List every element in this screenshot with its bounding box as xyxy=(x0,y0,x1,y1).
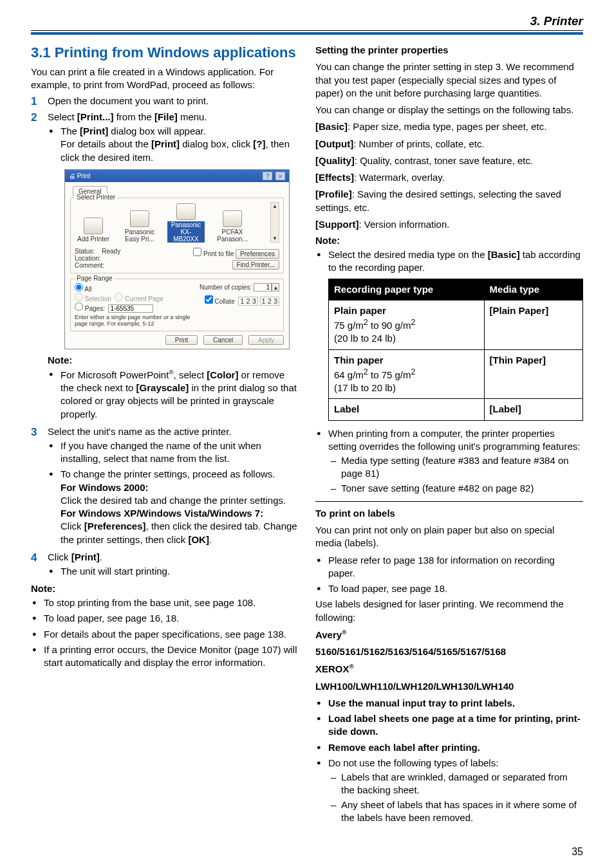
labels-p1: You can print not only on plain paper bu… xyxy=(315,524,583,550)
note-2-b3: For details about the paper specificatio… xyxy=(31,628,299,641)
note-2-b2: To load paper, see page 16, 18. xyxy=(31,612,299,625)
tab-support: [Support]: Version information. xyxy=(315,218,583,231)
left-column: 3.1 Printing from Windows applications Y… xyxy=(31,44,299,827)
printer-easy[interactable]: Panasonic Easy Pri... xyxy=(121,209,158,243)
rule-thin xyxy=(31,30,583,31)
step-4-bullet: The unit will start printing. xyxy=(48,565,299,578)
note-2-b4: If a printing error occurs, the Device M… xyxy=(31,643,299,670)
override-dash-2: Toner save setting (feature #482 on page… xyxy=(328,482,583,495)
dialog-titlebar: Print ? × xyxy=(65,170,289,182)
final-b1: Use the manual input tray to print label… xyxy=(315,697,583,710)
printer-pcfax[interactable]: PCFAX Panason... xyxy=(214,209,251,243)
note-2-b1: To stop printing from the base unit, see… xyxy=(31,596,299,609)
step-3-bullet-2: To change the printer settings, proceed … xyxy=(48,468,299,546)
td-thin: Thin paper64 g/m2 to 75 g/m2(17 lb to 20… xyxy=(329,349,485,399)
find-printer-button[interactable]: Find Printer... xyxy=(232,260,279,270)
winxp-text: Click [Preferences], then click the desi… xyxy=(60,521,297,544)
step-2-bullet: The [Print] dialog box will appear.For d… xyxy=(48,125,299,164)
dialog-window-buttons: ? × xyxy=(261,172,285,180)
td-thin-media: [Thin Paper] xyxy=(484,349,582,399)
print-button[interactable]: Print xyxy=(165,335,198,345)
step-1: Open the document you want to print. xyxy=(31,95,299,106)
win2000-heading: For Windows 2000: xyxy=(60,482,149,493)
properties-p1: You can change the printer setting in st… xyxy=(315,60,583,100)
override-bullet: When printing from a computer, the print… xyxy=(315,427,583,495)
properties-p2: You can change or display the settings o… xyxy=(315,104,583,116)
step-2: Select [Print...] from the [File] menu. … xyxy=(31,111,299,421)
section-title: 3.1 Printing from Windows applications xyxy=(31,44,299,62)
labels-b2: To load paper, see page 18. xyxy=(315,582,583,595)
note-3-bullet: Select the desired media type on the [Ba… xyxy=(315,248,583,421)
note-2-list: To stop printing from the base unit, see… xyxy=(31,596,299,669)
final-dash-2: Any sheet of labels that has spaces in i… xyxy=(328,799,583,825)
apply-button: Apply xyxy=(248,335,284,345)
dialog-title: Print xyxy=(69,172,90,180)
step-4-text: Click [Print]. xyxy=(48,551,102,562)
steps-list: Open the document you want to print. Sel… xyxy=(31,95,299,578)
select-printer-group: Select Printer Add Printer Panasonic Eas… xyxy=(70,198,284,273)
note-1-bullet: For Microsoft PowerPoint®, select [Color… xyxy=(48,368,299,421)
print-to-file-checkbox[interactable] xyxy=(193,248,201,256)
th-recording: Recording paper type xyxy=(329,279,485,300)
print-dialog: Print ? × General Select Printer xyxy=(64,169,290,349)
override-dash-1: Media type setting (feature #383 and fea… xyxy=(328,454,583,481)
final-b3: Remove each label after printing. xyxy=(315,741,583,754)
separator xyxy=(315,501,583,502)
tab-quality: [Quality]: Quality, contrast, toner save… xyxy=(315,154,583,167)
select-printer-legend: Select Printer xyxy=(75,194,117,201)
td-plain-media: [Plain Paper] xyxy=(484,300,582,349)
collate-checkbox[interactable] xyxy=(205,295,213,304)
range-selection-radio xyxy=(75,293,83,301)
page-range-group: Page Range All Selection Current Page Pa… xyxy=(70,279,284,331)
close-icon[interactable]: × xyxy=(275,172,285,180)
winxp-heading: For Windows XP/Windows Vista/Windows 7: xyxy=(60,508,263,519)
labels-heading: To print on labels xyxy=(315,507,583,520)
win2000-text: Click the desired tab and change the pri… xyxy=(60,495,286,506)
printer-list[interactable]: Add Printer Panasonic Easy Pri... Panaso… xyxy=(75,202,251,243)
step-2-text: Select [Print...] from the [File] menu. xyxy=(48,111,207,122)
note-2-label: Note: xyxy=(31,583,299,594)
intro-text: You can print a file created in a Window… xyxy=(31,66,299,92)
columns: 3.1 Printing from Windows applications Y… xyxy=(31,44,583,827)
dialog-body: General Select Printer Add Printer Panas… xyxy=(65,182,289,349)
range-current-radio xyxy=(115,293,123,301)
media-type-table: Recording paper type Media type Plain pa… xyxy=(328,279,583,421)
tab-basic: [Basic]: Paper size, media type, pages p… xyxy=(315,120,583,133)
printer-add[interactable]: Add Printer xyxy=(75,216,112,243)
note-3-label: Note: xyxy=(315,235,583,246)
range-all-radio[interactable] xyxy=(75,283,83,291)
final-b2: Load label sheets one page at a time for… xyxy=(315,712,583,739)
cancel-button[interactable]: Cancel xyxy=(203,335,243,345)
avery-numbers: 5160/5161/5162/5163/5164/5165/5167/5168 xyxy=(315,645,583,658)
td-label-media: [Label] xyxy=(484,399,582,420)
labels-p2: Use labels designed for laser printing. … xyxy=(315,598,583,624)
status-block: Status: Ready Location: Comment: xyxy=(75,248,120,269)
xerox-numbers: LWH100/LWH110/LWH120/LWH130/LWH140 xyxy=(315,680,583,693)
xerox-heading: XEROX® xyxy=(315,662,583,676)
td-label: Label xyxy=(329,399,485,420)
printer-kx[interactable]: Panasonic KX-MB20XX xyxy=(167,202,205,243)
range-pages-input[interactable] xyxy=(108,304,153,313)
labels-b1: Please refer to page 138 for information… xyxy=(315,554,583,580)
td-plain: Plain paper75 g/m2 to 90 g/m2(20 lb to 2… xyxy=(329,300,485,349)
tab-output: [Output]: Number of prints, collate, etc… xyxy=(315,138,583,151)
right-column: Setting the printer properties You can c… xyxy=(315,44,583,827)
page-range-legend: Page Range xyxy=(75,275,115,282)
step-4: Click [Print]. The unit will start print… xyxy=(31,551,299,578)
range-pages-radio[interactable] xyxy=(75,302,83,311)
step-1-text: Open the document you want to print. xyxy=(48,95,209,106)
copies-input[interactable] xyxy=(254,283,272,291)
chapter-label: 3. Printer xyxy=(31,14,583,28)
page: 3. Printer 3.1 Printing from Windows app… xyxy=(0,0,614,868)
dialog-footer: Print Cancel Apply xyxy=(70,337,284,344)
help-icon[interactable]: ? xyxy=(263,172,272,180)
step-3-text: Select the unit's name as the active pri… xyxy=(48,426,232,437)
printer-scrollbar[interactable]: ▲▼ xyxy=(270,202,279,243)
pref-block: Print to file Preferences Find Printer..… xyxy=(193,248,279,268)
rule-thick xyxy=(31,32,583,35)
range-hint: Enter either a single page number or a s… xyxy=(75,314,200,327)
copies-spinner[interactable]: ▴ xyxy=(272,283,279,291)
preferences-button[interactable]: Preferences xyxy=(236,249,279,259)
final-dash-1: Labels that are wrinkled, damaged or sep… xyxy=(328,771,583,797)
properties-heading: Setting the printer properties xyxy=(315,44,583,57)
